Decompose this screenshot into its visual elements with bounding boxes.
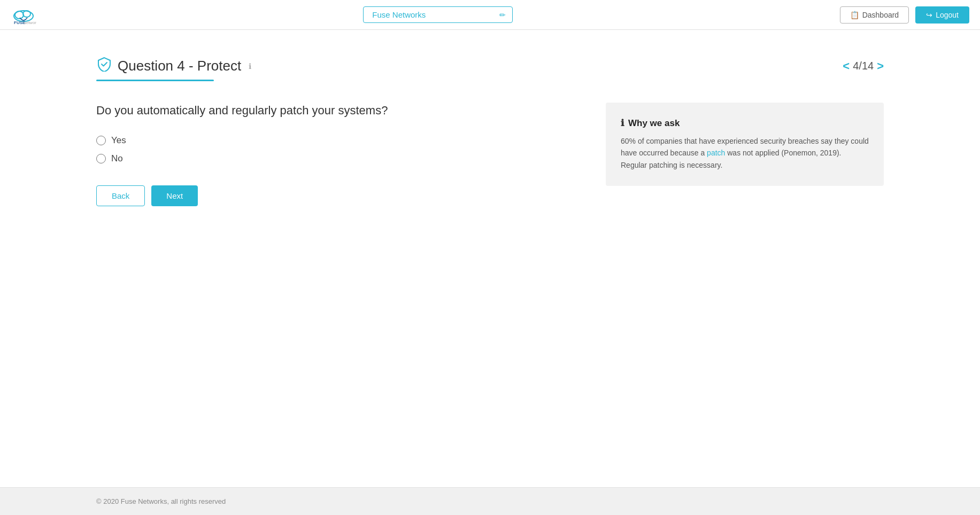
info-box: ℹ Why we ask 60% of companies that have … [606,103,884,186]
org-name-box[interactable]: Fuse Networks ✏ [363,6,513,23]
fuse-networks-logo: FUSE networks [11,5,36,25]
header: FUSE networks Fuse Networks ✏ 📋 Dashboar… [0,0,980,30]
svg-point-1 [15,11,24,19]
svg-text:networks: networks [24,20,36,25]
header-center: Fuse Networks ✏ [363,6,513,23]
main-content: Question 4 - Protect ℹ < 4/14 > Do you a… [0,30,980,487]
question-title-row: Question 4 - Protect ℹ [96,57,251,75]
content-area: Do you automatically and regularly patch… [96,103,884,206]
pagination-next-arrow[interactable]: > [877,59,884,73]
question-title: Question 4 - Protect [118,58,241,74]
section-divider [96,80,214,81]
header-right: 📋 Dashboard ↪ Logout [840,6,969,24]
shield-icon [96,57,112,75]
dashboard-button[interactable]: 📋 Dashboard [840,6,909,24]
logout-icon: ↪ [926,11,932,19]
svg-point-2 [23,11,30,17]
info-box-text: 60% of companies that have experienced s… [621,135,869,171]
org-name-text: Fuse Networks [372,10,426,19]
question-text: Do you automatically and regularly patch… [96,103,574,119]
button-row: Back Next [96,185,574,206]
logo: FUSE networks [11,5,36,25]
option-yes[interactable]: Yes [96,135,574,146]
logout-button[interactable]: ↪ Logout [915,6,969,24]
radio-yes[interactable] [96,136,106,145]
right-panel: ℹ Why we ask 60% of companies that have … [606,103,884,186]
radio-no-label: No [111,153,123,164]
info-box-title: ℹ Why we ask [621,118,869,129]
dashboard-icon: 📋 [850,11,859,19]
next-button[interactable]: Next [151,185,198,206]
info-text-highlight1: patch [707,149,725,157]
copyright-text: © 2020 Fuse Networks, all rights reserve… [96,497,226,505]
why-we-ask-title: Why we ask [628,118,680,129]
radio-yes-label: Yes [111,135,126,146]
info-circle-icon: ℹ [621,118,624,129]
pagination-prev-arrow[interactable]: < [843,59,850,73]
pagination: < 4/14 > [843,59,884,73]
question-header: Question 4 - Protect ℹ < 4/14 > [96,57,884,75]
option-no[interactable]: No [96,153,574,164]
pagination-text: 4/14 [853,60,874,72]
logout-label: Logout [936,11,959,19]
answer-options: Yes No [96,135,574,164]
edit-icon[interactable]: ✏ [499,11,506,19]
question-info-icon[interactable]: ℹ [249,62,251,71]
footer: © 2020 Fuse Networks, all rights reserve… [0,487,980,515]
dashboard-label: Dashboard [862,11,899,19]
back-button[interactable]: Back [96,185,145,206]
left-panel: Do you automatically and regularly patch… [96,103,574,206]
radio-no[interactable] [96,154,106,163]
